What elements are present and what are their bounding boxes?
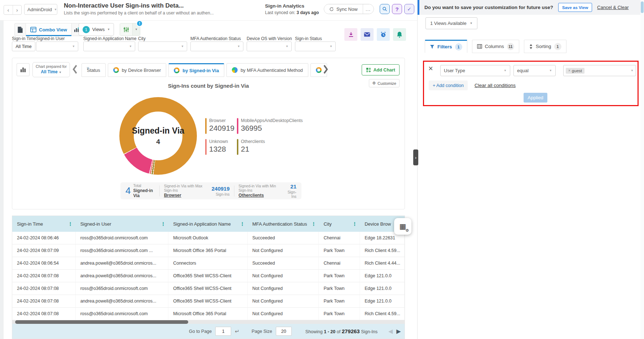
- save-as-view-button[interactable]: Save as View: [558, 3, 592, 12]
- views-count-badge: 1: [83, 26, 90, 33]
- table-row[interactable]: 24-02-2024 08:07:08ross@o365droid.onmicr…: [12, 308, 405, 320]
- column-chooser-button[interactable]: ▦ ⚙: [394, 218, 411, 235]
- vertical-scrollbar[interactable]: [640, 0, 644, 339]
- quick-filter-label: Signed-in User: [36, 36, 65, 41]
- chevron-down-icon: ▼: [127, 45, 132, 48]
- horizontal-scrollbar[interactable]: [12, 320, 405, 324]
- quick-filter-select[interactable]: ▼: [138, 42, 187, 51]
- remove-tag-icon[interactable]: ×: [568, 69, 570, 73]
- tabs-scroll-left-button[interactable]: [72, 65, 78, 75]
- close-tab-icon[interactable]: ×: [87, 65, 89, 71]
- table-row[interactable]: 24-02-2024 08:07:08ross@o365droid.onmicr…: [12, 282, 405, 295]
- prev-page-button[interactable]: ◀: [388, 328, 393, 335]
- chart-tab[interactable]: by Signed-in Via×: [168, 63, 224, 77]
- tabs-scroll-right-button[interactable]: [323, 65, 328, 75]
- signin-time-filter-button[interactable]: All Time: [12, 42, 35, 51]
- chart-tab[interactable]: Status: [81, 63, 106, 77]
- chart-summary-strip: 4 Total Signed-in Via Signed-in Via with…: [120, 182, 301, 199]
- enter-icon: ↵: [235, 328, 239, 335]
- horizontal-scrollbar-thumb[interactable]: [15, 320, 188, 324]
- panel-tab-badge: 1: [455, 43, 462, 51]
- panel-tab-label: Filters: [437, 44, 452, 49]
- column-header[interactable]: Sign-in Time⋮: [12, 216, 76, 232]
- chart-type-button[interactable]: [17, 63, 30, 76]
- condition-field-select[interactable]: User Type▼: [440, 65, 510, 76]
- summary-max-link[interactable]: Browser: [164, 193, 207, 198]
- add-condition-button[interactable]: + Add condition: [429, 81, 468, 90]
- table-cell: 24-02-2024 08:07:08: [12, 295, 76, 307]
- page-size-input[interactable]: [276, 327, 292, 336]
- download-button[interactable]: [344, 28, 357, 41]
- notifications-button[interactable]: [393, 28, 406, 41]
- table-row[interactable]: 24-02-2024 08:06:46ross@o365droid.onmicr…: [12, 232, 405, 244]
- chart-tab[interactable]: by Device Browser: [108, 63, 166, 77]
- panel-tab-badge: 11: [507, 43, 514, 50]
- table-row[interactable]: 24-02-2024 08:07:08andrea.powell@o365dro…: [12, 270, 405, 282]
- quick-filter-select[interactable]: ▼: [36, 42, 78, 51]
- donut-chart-icon: [316, 67, 322, 73]
- views-dropdown-button[interactable]: 1 Views ▼: [79, 23, 114, 36]
- add-chart-button[interactable]: Add Chart: [362, 64, 400, 75]
- next-page-button[interactable]: ▶: [396, 328, 401, 335]
- app-selector-dropdown[interactable]: AdminDroid ▼: [24, 4, 57, 15]
- column-header[interactable]: MFA Authentication Status⋮: [248, 216, 319, 232]
- quick-filter-select[interactable]: ▼: [247, 42, 292, 51]
- panel-collapse-handle[interactable]: ›: [413, 149, 418, 165]
- condition-value-select[interactable]: × guest ▼: [563, 65, 636, 76]
- table-cell: 24-02-2024 08:07:08: [12, 308, 76, 320]
- forward-icon[interactable]: ›: [13, 5, 22, 14]
- column-header[interactable]: Signed-in User⋮: [76, 216, 169, 232]
- column-menu-icon[interactable]: ⋮: [352, 221, 357, 227]
- quick-filter-select[interactable]: ▼: [190, 42, 243, 51]
- column-header[interactable]: City⋮: [319, 216, 360, 232]
- table-row[interactable]: 24-02-2024 08:07:09ross@o365droid.onmicr…: [12, 244, 405, 257]
- table-cell: Microsoft Outlook: [168, 232, 248, 244]
- table-cell: ross@o365droid.onmicrosoft.com: [76, 282, 169, 295]
- table-cell: Rich Client 4.59...: [360, 308, 405, 320]
- table-cell: Rich Client 4.59...: [360, 244, 405, 257]
- goto-page-input[interactable]: [215, 327, 231, 336]
- column-menu-icon[interactable]: ⋮: [311, 221, 316, 227]
- legend-label: Otherclients: [241, 139, 265, 144]
- condition-value-tag: × guest: [566, 68, 585, 74]
- schedule-button[interactable]: [377, 28, 390, 41]
- table-row[interactable]: 24-02-2024 08:06:54andrea.powell@o365dro…: [12, 257, 405, 270]
- report-view-tab[interactable]: [15, 23, 26, 36]
- chart-title: Sign-Ins count by Signed-in Via: [12, 83, 405, 89]
- chart-tab[interactable]: by MFA Authenticated Method: [226, 63, 308, 77]
- panel-tab-filters[interactable]: Filters1: [425, 40, 467, 53]
- sliders-button[interactable]: [120, 23, 132, 35]
- summary-min-link[interactable]: Otherclients: [239, 193, 281, 198]
- table-cell: Park Town: [319, 244, 360, 257]
- help-button[interactable]: ?: [392, 4, 402, 14]
- combo-view-tab[interactable]: Combo View: [26, 23, 72, 36]
- vertical-scrollbar-thumb[interactable]: [641, 1, 644, 13]
- column-menu-icon[interactable]: ⋮: [240, 221, 245, 227]
- search-button[interactable]: [380, 4, 390, 14]
- panel-tab-columns[interactable]: Columns11: [472, 40, 519, 53]
- back-icon[interactable]: ‹: [4, 5, 13, 14]
- column-menu-icon[interactable]: ⋮: [68, 221, 73, 227]
- chart-prepared-for-dropdown[interactable]: Chart prepared for All Time ▼: [32, 62, 70, 77]
- table-cell: andrea.powell@o365droid.onmicros...: [76, 270, 169, 282]
- remove-condition-button[interactable]: ×: [428, 64, 433, 73]
- question-mark-icon: ?: [395, 6, 398, 12]
- quick-filter-select[interactable]: ▼: [295, 42, 336, 51]
- applied-button[interactable]: Applied: [524, 93, 547, 103]
- table-cell: Park Town: [319, 270, 360, 282]
- panel-tab-sorting[interactable]: Sorting1: [524, 40, 566, 53]
- clear-all-conditions-link[interactable]: Clear all conditions: [475, 83, 516, 88]
- sync-more-menu-button[interactable]: ...: [363, 4, 374, 14]
- column-header[interactable]: Signed-in Application Name⋮: [168, 216, 248, 232]
- condition-operator-select[interactable]: equal▼: [513, 65, 556, 76]
- views-available-dropdown[interactable]: 1 Views Available ▼: [425, 17, 477, 29]
- quick-filter-select[interactable]: ▼: [83, 42, 135, 51]
- column-menu-icon[interactable]: ⋮: [161, 221, 166, 227]
- cancel-clear-link[interactable]: Cancel & Clear: [597, 5, 628, 10]
- sync-now-button[interactable]: Sync Now: [324, 4, 363, 14]
- email-button[interactable]: [361, 28, 374, 41]
- table-row[interactable]: 24-02-2024 08:07:08andrea.powell@o365dro…: [12, 295, 405, 308]
- donut-chart[interactable]: [119, 97, 197, 175]
- table-cell: 24-02-2024 08:07:08: [12, 270, 76, 282]
- task-check-button[interactable]: ✓: [404, 4, 414, 14]
